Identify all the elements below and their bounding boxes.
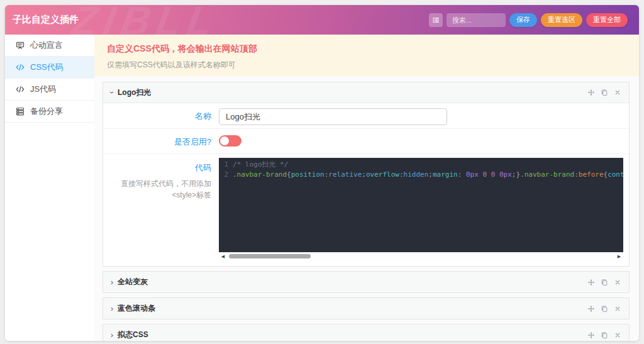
panel-title: 蓝色滚动条 — [118, 303, 155, 314]
copy-icon[interactable] — [601, 331, 608, 339]
panel-body: 名称 是否启用? — [103, 103, 629, 266]
copy-icon[interactable] — [601, 305, 608, 313]
panel-blue-scrollbar: › 蓝色滚动条 — [103, 297, 630, 319]
code-hint: 直接写样式代码，不用添加<style>标签 — [103, 178, 211, 201]
editor-horizontal-scrollbar[interactable]: ◀ ▶ — [219, 252, 623, 260]
move-icon[interactable] — [587, 331, 595, 339]
sidebar-item-label: 心动宣言 — [30, 40, 63, 51]
panel-tools — [587, 305, 621, 313]
form-row-code: 代码 直接写样式代码，不用添加<style>标签 1/* logo扫光 */2.… — [103, 154, 629, 266]
panel-title: 拟态CSS — [118, 330, 148, 340]
panel-tools — [587, 279, 621, 286]
sidebar: 心动宣言 CSS代码 JS代码 — [5, 35, 94, 341]
header: ZIBLL 子比自定义插件 保存 重置选区 重置全部 — [5, 5, 639, 35]
close-icon[interactable] — [614, 89, 621, 96]
close-icon[interactable] — [614, 279, 621, 286]
header-actions: 保存 重置选区 重置全部 — [429, 13, 639, 27]
panel-site-gray: › 全站变灰 — [103, 271, 630, 293]
scrollbar-track[interactable] — [227, 252, 615, 260]
code-editor[interactable]: 1/* logo扫光 */2.navbar-brand{position:rel… — [219, 158, 623, 260]
search-input[interactable] — [447, 13, 506, 27]
sidebar-item-label: JS代码 — [30, 84, 56, 95]
code-editor-lines[interactable]: 1/* logo扫光 */2.navbar-brand{position:rel… — [219, 158, 623, 252]
save-button[interactable]: 保存 — [509, 13, 537, 27]
enable-label: 是否启用? — [174, 137, 211, 147]
reset-all-button[interactable]: 重置全部 — [586, 13, 628, 27]
sidebar-item-js[interactable]: JS代码 — [5, 79, 94, 101]
code-icon — [16, 63, 25, 72]
notice-banner: 自定义CSS代码，将会输出在网站顶部 仅需填写CSS代码以及该样式名称即可 — [94, 35, 639, 76]
page-title: 子比自定义插件 — [5, 14, 79, 26]
notice-title: 自定义CSS代码，将会输出在网站顶部 — [107, 43, 626, 55]
form-row-name: 名称 — [103, 103, 629, 129]
code-label: 代码 — [195, 163, 211, 172]
name-input[interactable] — [219, 108, 447, 125]
panel-neumorphism-css: › 拟态CSS — [103, 324, 630, 341]
content-area: 自定义CSS代码，将会输出在网站顶部 仅需填写CSS代码以及该样式名称即可 › … — [94, 35, 639, 341]
server-icon — [16, 107, 25, 116]
sidebar-item-heartbeat[interactable]: 心动宣言 — [5, 35, 94, 57]
sidebar-item-label: 备份分享 — [30, 106, 63, 117]
name-label: 名称 — [195, 111, 211, 121]
scrollbar-thumb[interactable] — [229, 254, 311, 258]
panel-header[interactable]: › 蓝色滚动条 — [103, 298, 629, 319]
copy-icon[interactable] — [601, 279, 608, 286]
sidebar-item-backup[interactable]: 备份分享 — [5, 101, 94, 123]
panels-list: › Logo扫光 — [94, 76, 639, 341]
scroll-left-arrow-icon[interactable]: ◀ — [219, 252, 227, 260]
move-icon[interactable] — [587, 89, 595, 96]
panel-header[interactable]: › Logo扫光 — [103, 82, 629, 103]
panel-tools — [587, 89, 621, 96]
menu-toggle-button[interactable] — [429, 13, 443, 27]
plugin-panel: ZIBLL 子比自定义插件 保存 重置选区 重置全部 心动宣言 — [5, 5, 639, 341]
panel-title: Logo扫光 — [118, 87, 151, 98]
brand-watermark: ZIBLL — [69, 5, 222, 35]
move-icon[interactable] — [587, 279, 595, 286]
sidebar-item-css[interactable]: CSS代码 — [5, 57, 94, 79]
form-row-enable: 是否启用? — [103, 129, 629, 154]
panel-tools — [587, 331, 621, 339]
code-icon — [16, 85, 25, 94]
notice-subtitle: 仅需填写CSS代码以及该样式名称即可 — [107, 60, 626, 70]
chevron-right-icon: › — [111, 331, 113, 339]
chevron-right-icon: › — [111, 279, 113, 286]
billboard-icon — [16, 41, 25, 50]
sidebar-item-label: CSS代码 — [30, 62, 64, 73]
enable-toggle[interactable] — [219, 135, 242, 147]
close-icon[interactable] — [614, 331, 621, 339]
move-icon[interactable] — [587, 305, 595, 313]
scroll-right-arrow-icon[interactable]: ▶ — [615, 252, 623, 260]
chevron-down-icon: › — [108, 91, 116, 94]
panel-logo-shine: › Logo扫光 — [103, 82, 630, 267]
panel-header[interactable]: › 全站变灰 — [103, 272, 629, 292]
list-icon — [432, 16, 440, 24]
panel-title: 全站变灰 — [118, 277, 148, 287]
toggle-knob — [220, 136, 229, 145]
close-icon[interactable] — [614, 305, 621, 313]
copy-icon[interactable] — [601, 89, 608, 96]
panel-header[interactable]: › 拟态CSS — [103, 325, 629, 341]
reset-selection-button[interactable]: 重置选区 — [541, 13, 582, 27]
chevron-right-icon: › — [111, 305, 113, 313]
